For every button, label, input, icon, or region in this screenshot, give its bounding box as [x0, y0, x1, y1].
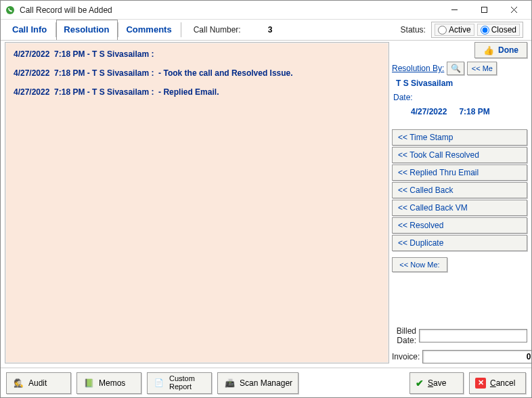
save-label: Save [428, 378, 446, 388]
quick-replied-email-button[interactable]: << Replied Thru Email [392, 164, 527, 181]
status-closed-radio[interactable]: Closed [477, 24, 520, 36]
status-label: Status: [401, 25, 426, 35]
scanner-icon: 📠 [223, 377, 236, 389]
tab-comments[interactable]: Comments [118, 20, 180, 40]
quick-called-back-button[interactable]: << Called Back [392, 182, 527, 198]
close-button[interactable] [499, 1, 529, 19]
audit-label: Audit [28, 378, 47, 388]
done-label: Done [498, 45, 518, 55]
status-active-input[interactable] [438, 26, 447, 35]
memos-label: Memos [99, 378, 125, 388]
billed-date-label: Billed Date: [392, 326, 416, 345]
quick-duplicate-button[interactable]: << Duplicate [392, 235, 527, 251]
resolution-date-value: 4/27/2022 [411, 107, 447, 116]
app-icon [5, 5, 16, 16]
quick-resolved-button[interactable]: << Resolved [392, 217, 527, 234]
quick-called-back-vm-button[interactable]: << Called Back VM [392, 200, 527, 216]
bottom-toolbar: 🕵️ Audit 📗 Memos 📄 Custom Report 📠 Scan … [1, 368, 531, 397]
report-icon: 📄 [153, 377, 165, 389]
person-icon: 🕵️ [12, 377, 24, 389]
cancel-label: Cancel [490, 378, 515, 388]
resolved-by-name: T S Sivasailam [392, 77, 527, 89]
maximize-button[interactable] [469, 1, 499, 19]
resolution-date-label: Date: [392, 91, 527, 102]
scan-manager-label: Scan Manager [240, 378, 292, 388]
done-button[interactable]: 👍 Done [474, 42, 527, 58]
call-number-label: Call Number: [194, 25, 241, 35]
resolution-time-value: 7:18 PM [459, 107, 489, 116]
search-icon: 🔍 [451, 64, 461, 73]
memo-icon: 📗 [83, 377, 95, 389]
status-closed-label: Closed [491, 25, 516, 35]
assign-me-button[interactable]: << Me [467, 62, 497, 75]
quick-time-stamp-button[interactable]: << Time Stamp [392, 129, 527, 146]
status-active-radio[interactable]: Active [435, 24, 474, 36]
call-number-value: 3 [268, 25, 309, 35]
header-row: Call Info Resolution Comments Call Numbe… [1, 20, 531, 40]
status-closed-input[interactable] [481, 26, 489, 35]
scan-manager-button[interactable]: 📠 Scan Manager [217, 372, 298, 394]
save-button[interactable]: ✔ Save [409, 372, 464, 394]
custom-report-button[interactable]: 📄 Custom Report [147, 372, 212, 394]
lookup-resolver-button[interactable]: 🔍 [447, 62, 464, 75]
check-icon: ✔ [416, 378, 424, 389]
title-bar: Call Record will be Added [1, 1, 531, 20]
quick-took-call-resolved-button[interactable]: << Took Call Resolved [392, 147, 527, 163]
log-entry: 4/27/2022 7:18 PM - T S Sivasailam : [14, 49, 380, 59]
resolution-log[interactable]: 4/27/2022 7:18 PM - T S Sivasailam : 4/2… [5, 42, 389, 363]
log-entry: 4/27/2022 7:18 PM - T S Sivasailam : - T… [14, 68, 380, 78]
side-panel: 👍 Done Resolution By: 🔍 << Me T S Sivasa… [392, 42, 527, 363]
thumbs-up-icon: 👍 [483, 45, 494, 56]
billed-date-input[interactable] [419, 329, 527, 342]
invoice-label: Invoice: [392, 352, 420, 361]
tab-call-info[interactable]: Call Info [5, 20, 56, 40]
status-active-label: Active [449, 25, 471, 35]
status-radio-group: Active Closed [431, 22, 523, 38]
cancel-icon: ✕ [475, 378, 486, 389]
svg-rect-2 [481, 7, 487, 13]
custom-report-label: Custom Report [169, 375, 195, 391]
audit-button[interactable]: 🕵️ Audit [6, 372, 71, 394]
resolution-by-label: Resolution By: [392, 64, 444, 73]
memos-button[interactable]: 📗 Memos [76, 372, 141, 394]
invoice-input[interactable] [422, 350, 532, 363]
now-me-button[interactable]: << Now Me: [392, 257, 447, 272]
log-entry: 4/27/2022 7:18 PM - T S Sivasailam : - R… [14, 87, 380, 97]
quick-insert-buttons: << Time Stamp << Took Call Resolved << R… [392, 129, 527, 251]
minimize-button[interactable] [439, 1, 469, 19]
tab-resolution[interactable]: Resolution [56, 20, 118, 40]
window-title: Call Record will be Added [20, 5, 439, 15]
main-area: 4/27/2022 7:18 PM - T S Sivasailam : 4/2… [1, 40, 531, 368]
cancel-button[interactable]: ✕ Cancel [469, 372, 526, 394]
